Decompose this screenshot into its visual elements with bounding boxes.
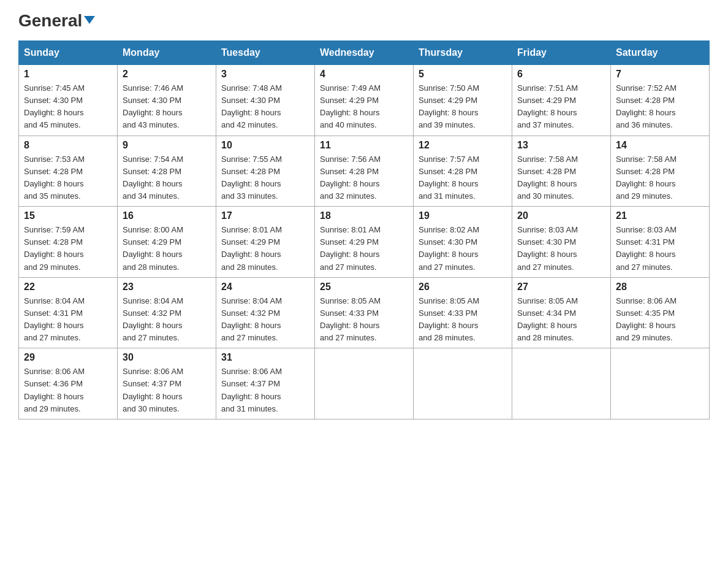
calendar-day-cell: 11 Sunrise: 7:56 AMSunset: 4:28 PMDaylig…: [315, 136, 414, 207]
day-info: Sunrise: 8:05 AMSunset: 4:34 PMDaylight:…: [517, 295, 605, 345]
calendar-day-cell: 1 Sunrise: 7:45 AMSunset: 4:30 PMDayligh…: [19, 65, 118, 136]
day-number: 2: [123, 69, 211, 80]
day-number: 8: [24, 140, 112, 151]
day-info: Sunrise: 7:49 AMSunset: 4:29 PMDaylight:…: [320, 82, 408, 132]
calendar-week-row: 1 Sunrise: 7:45 AMSunset: 4:30 PMDayligh…: [19, 65, 710, 136]
column-header-monday: Monday: [118, 41, 216, 65]
day-number: 24: [221, 282, 309, 293]
logo-main-text: General: [18, 12, 95, 29]
day-number: 4: [320, 69, 408, 80]
day-info: Sunrise: 7:59 AMSunset: 4:28 PMDaylight:…: [24, 224, 112, 274]
day-info: Sunrise: 8:00 AMSunset: 4:29 PMDaylight:…: [123, 224, 211, 274]
day-number: 28: [616, 282, 704, 293]
day-info: Sunrise: 7:51 AMSunset: 4:29 PMDaylight:…: [517, 82, 605, 132]
calendar-day-cell: [611, 348, 710, 419]
calendar-day-cell: 8 Sunrise: 7:53 AMSunset: 4:28 PMDayligh…: [19, 136, 118, 207]
day-info: Sunrise: 8:06 AMSunset: 4:37 PMDaylight:…: [221, 366, 309, 415]
calendar-week-row: 15 Sunrise: 7:59 AMSunset: 4:28 PMDaylig…: [19, 207, 710, 278]
day-number: 5: [419, 69, 507, 80]
day-number: 23: [123, 282, 211, 293]
calendar-day-cell: 19 Sunrise: 8:02 AMSunset: 4:30 PMDaylig…: [414, 207, 512, 278]
calendar-day-cell: [512, 348, 611, 419]
calendar-day-cell: [315, 348, 414, 419]
day-info: Sunrise: 8:06 AMSunset: 4:36 PMDaylight:…: [24, 366, 112, 415]
calendar-day-cell: 17 Sunrise: 8:01 AMSunset: 4:29 PMDaylig…: [216, 207, 315, 278]
day-info: Sunrise: 8:06 AMSunset: 4:37 PMDaylight:…: [123, 366, 211, 415]
day-info: Sunrise: 7:52 AMSunset: 4:28 PMDaylight:…: [616, 82, 704, 132]
day-info: Sunrise: 7:58 AMSunset: 4:28 PMDaylight:…: [517, 153, 605, 203]
day-info: Sunrise: 8:01 AMSunset: 4:29 PMDaylight:…: [221, 224, 309, 274]
day-number: 14: [616, 140, 704, 151]
calendar-day-cell: 18 Sunrise: 8:01 AMSunset: 4:29 PMDaylig…: [315, 207, 414, 278]
calendar-day-cell: 9 Sunrise: 7:54 AMSunset: 4:28 PMDayligh…: [118, 136, 216, 207]
logo: General: [18, 12, 95, 28]
day-info: Sunrise: 8:02 AMSunset: 4:30 PMDaylight:…: [419, 224, 507, 274]
day-number: 11: [320, 140, 408, 151]
day-info: Sunrise: 8:04 AMSunset: 4:32 PMDaylight:…: [123, 295, 211, 345]
day-info: Sunrise: 8:06 AMSunset: 4:35 PMDaylight:…: [616, 295, 704, 345]
day-info: Sunrise: 8:04 AMSunset: 4:32 PMDaylight:…: [221, 295, 309, 345]
calendar-day-cell: 10 Sunrise: 7:55 AMSunset: 4:28 PMDaylig…: [216, 136, 315, 207]
day-info: Sunrise: 7:53 AMSunset: 4:28 PMDaylight:…: [24, 153, 112, 203]
calendar-day-cell: 3 Sunrise: 7:48 AMSunset: 4:30 PMDayligh…: [216, 65, 315, 136]
calendar-day-cell: 24 Sunrise: 8:04 AMSunset: 4:32 PMDaylig…: [216, 277, 315, 348]
day-number: 25: [320, 282, 408, 293]
day-info: Sunrise: 7:56 AMSunset: 4:28 PMDaylight:…: [320, 153, 408, 203]
column-header-friday: Friday: [512, 41, 611, 65]
day-number: 12: [419, 140, 507, 151]
calendar-day-cell: 22 Sunrise: 8:04 AMSunset: 4:31 PMDaylig…: [19, 277, 118, 348]
day-info: Sunrise: 8:03 AMSunset: 4:30 PMDaylight:…: [517, 224, 605, 274]
calendar-day-cell: 6 Sunrise: 7:51 AMSunset: 4:29 PMDayligh…: [512, 65, 611, 136]
logo-triangle-icon: [84, 16, 95, 24]
day-number: 18: [320, 210, 408, 221]
day-number: 22: [24, 282, 112, 293]
day-number: 17: [221, 210, 309, 221]
day-info: Sunrise: 8:01 AMSunset: 4:29 PMDaylight:…: [320, 224, 408, 274]
calendar-day-cell: 15 Sunrise: 7:59 AMSunset: 4:28 PMDaylig…: [19, 207, 118, 278]
day-number: 10: [221, 140, 309, 151]
page-header: General: [18, 12, 710, 28]
day-number: 7: [616, 69, 704, 80]
day-number: 3: [221, 69, 309, 80]
calendar-day-cell: 29 Sunrise: 8:06 AMSunset: 4:36 PMDaylig…: [19, 348, 118, 419]
day-number: 20: [517, 210, 605, 221]
day-info: Sunrise: 7:58 AMSunset: 4:28 PMDaylight:…: [616, 153, 704, 203]
calendar-day-cell: 27 Sunrise: 8:05 AMSunset: 4:34 PMDaylig…: [512, 277, 611, 348]
day-number: 15: [24, 210, 112, 221]
day-number: 13: [517, 140, 605, 151]
calendar-day-cell: 12 Sunrise: 7:57 AMSunset: 4:28 PMDaylig…: [414, 136, 512, 207]
day-info: Sunrise: 8:05 AMSunset: 4:33 PMDaylight:…: [320, 295, 408, 345]
calendar-day-cell: 7 Sunrise: 7:52 AMSunset: 4:28 PMDayligh…: [611, 65, 710, 136]
calendar-day-cell: 13 Sunrise: 7:58 AMSunset: 4:28 PMDaylig…: [512, 136, 611, 207]
calendar-day-cell: 4 Sunrise: 7:49 AMSunset: 4:29 PMDayligh…: [315, 65, 414, 136]
day-number: 31: [221, 352, 309, 363]
calendar-day-cell: 16 Sunrise: 8:00 AMSunset: 4:29 PMDaylig…: [118, 207, 216, 278]
day-info: Sunrise: 7:46 AMSunset: 4:30 PMDaylight:…: [123, 82, 211, 132]
calendar-day-cell: 30 Sunrise: 8:06 AMSunset: 4:37 PMDaylig…: [118, 348, 216, 419]
calendar-table: SundayMondayTuesdayWednesdayThursdayFrid…: [18, 40, 710, 419]
day-info: Sunrise: 7:48 AMSunset: 4:30 PMDaylight:…: [221, 82, 309, 132]
day-number: 30: [123, 352, 211, 363]
day-number: 16: [123, 210, 211, 221]
day-number: 9: [123, 140, 211, 151]
calendar-day-cell: 14 Sunrise: 7:58 AMSunset: 4:28 PMDaylig…: [611, 136, 710, 207]
calendar-week-row: 29 Sunrise: 8:06 AMSunset: 4:36 PMDaylig…: [19, 348, 710, 419]
column-header-wednesday: Wednesday: [315, 41, 414, 65]
day-info: Sunrise: 7:54 AMSunset: 4:28 PMDaylight:…: [123, 153, 211, 203]
column-header-tuesday: Tuesday: [216, 41, 315, 65]
calendar-header-row: SundayMondayTuesdayWednesdayThursdayFrid…: [19, 41, 710, 65]
day-info: Sunrise: 7:55 AMSunset: 4:28 PMDaylight:…: [221, 153, 309, 203]
calendar-day-cell: 23 Sunrise: 8:04 AMSunset: 4:32 PMDaylig…: [118, 277, 216, 348]
day-number: 29: [24, 352, 112, 363]
calendar-day-cell: 31 Sunrise: 8:06 AMSunset: 4:37 PMDaylig…: [216, 348, 315, 419]
day-number: 21: [616, 210, 704, 221]
day-info: Sunrise: 7:57 AMSunset: 4:28 PMDaylight:…: [419, 153, 507, 203]
calendar-day-cell: 5 Sunrise: 7:50 AMSunset: 4:29 PMDayligh…: [414, 65, 512, 136]
calendar-day-cell: 25 Sunrise: 8:05 AMSunset: 4:33 PMDaylig…: [315, 277, 414, 348]
day-info: Sunrise: 8:05 AMSunset: 4:33 PMDaylight:…: [419, 295, 507, 345]
day-info: Sunrise: 7:45 AMSunset: 4:30 PMDaylight:…: [24, 82, 112, 132]
calendar-week-row: 22 Sunrise: 8:04 AMSunset: 4:31 PMDaylig…: [19, 277, 710, 348]
day-number: 1: [24, 69, 112, 80]
day-number: 26: [419, 282, 507, 293]
column-header-sunday: Sunday: [19, 41, 118, 65]
